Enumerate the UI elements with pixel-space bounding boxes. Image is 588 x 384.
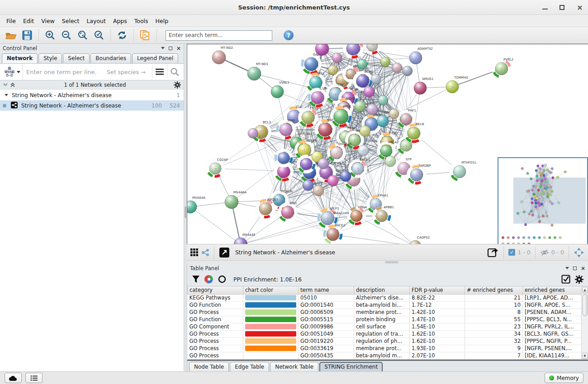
network-node[interactable]: ADAMTS2 [409, 47, 433, 64]
column-header-term-name[interactable]: term name [299, 286, 354, 294]
network-node[interactable] [371, 74, 381, 84]
column-header-chart-color[interactable]: chart color [243, 286, 299, 294]
table-row[interactable]: GO ProcessGO:0019220regulation of ph...1… [188, 337, 582, 345]
network-node[interactable]: MT-ND2 [212, 46, 233, 64]
network-node[interactable] [340, 171, 351, 182]
network-node[interactable] [343, 44, 364, 59]
network-canvas[interactable]: MT-ND2MT-ND1VSNL1GAB2IRS1CHATABCA1BCHEIL… [187, 44, 588, 244]
menu-file[interactable]: File [3, 16, 19, 26]
network-node[interactable] [385, 156, 396, 167]
pie-chart-icon[interactable] [204, 275, 213, 284]
table-row[interactable]: GO ComponentGO:0009986cell surface1.54E-… [188, 323, 582, 330]
network-node[interactable]: CADPS2 [409, 236, 430, 244]
tab-string-enrichment[interactable]: STRING Enrichment [319, 362, 383, 371]
gear-icon[interactable] [174, 81, 181, 89]
list-button[interactable] [25, 373, 43, 383]
close-button[interactable]: × [576, 4, 583, 11]
network-node[interactable]: SMUG1 [414, 77, 433, 94]
menu-select[interactable]: Select [58, 16, 83, 26]
network-node[interactable]: TOMM40 [446, 76, 468, 93]
zoom-selected-icon[interactable] [92, 28, 106, 42]
cloud-button[interactable] [5, 373, 22, 383]
network-node[interactable] [318, 158, 329, 169]
panel-menu-icon[interactable] [161, 47, 165, 49]
network-node[interactable]: CD2AP [206, 158, 228, 178]
scroll-up-icon[interactable]: ▲ [582, 287, 588, 293]
table-row[interactable]: GO ProcessGO:0051049regulation of tra...… [188, 330, 582, 337]
navigate-icon[interactable] [574, 247, 584, 258]
checkbox-icon[interactable]: ✓ [508, 249, 515, 256]
string-protein-query-selector[interactable]: STRING [2, 64, 23, 80]
open-folder-icon[interactable] [4, 28, 18, 42]
network-collection-row[interactable]: String Network - Alzheimer's disease1 [0, 90, 184, 100]
table-row[interactable]: GO ProcessGO:0050435beta-amyloid m...2.0… [188, 352, 582, 359]
open-external-icon[interactable] [219, 247, 230, 258]
menu-view[interactable]: View [38, 16, 58, 26]
network-node[interactable] [358, 145, 369, 156]
save-icon[interactable] [20, 28, 34, 42]
filter-icon[interactable] [192, 275, 200, 283]
expand-triangle-icon[interactable] [5, 94, 8, 96]
network-node[interactable] [367, 104, 378, 115]
menu-layout[interactable]: Layout [83, 16, 109, 26]
network-node[interactable] [360, 126, 370, 136]
network-node[interactable] [380, 57, 390, 67]
column-header-description[interactable]: description [354, 286, 410, 294]
help-icon[interactable]: ? [281, 28, 296, 42]
column-header-FDR-p-value[interactable]: FDR p-value [410, 286, 465, 294]
horizontal-splitter[interactable] [187, 260, 588, 264]
copy-network-icon[interactable] [138, 28, 152, 42]
search-input[interactable] [166, 30, 272, 41]
network-node[interactable] [303, 180, 313, 191]
network-node[interactable] [332, 53, 342, 63]
network-node[interactable]: TARDBP [407, 164, 431, 185]
network-node[interactable] [392, 63, 402, 73]
column-header-enriched-genes[interactable]: enriched genes [523, 286, 582, 294]
network-node[interactable] [389, 109, 399, 119]
close-panel-icon[interactable]: × [581, 266, 585, 271]
scroll-down-icon[interactable]: ▼ [582, 353, 588, 359]
menu-apps[interactable]: Apps [109, 16, 131, 26]
network-node[interactable]: MTHFD1L [450, 161, 476, 182]
gear-icon[interactable] [575, 275, 583, 284]
refresh-icon[interactable] [115, 28, 129, 42]
string-query-input[interactable] [23, 69, 107, 75]
network-node[interactable] [313, 185, 324, 196]
share-network-icon[interactable] [201, 248, 209, 257]
tab-legend-panel[interactable]: Legend Panel [132, 53, 178, 63]
tab-boundaries[interactable]: Boundaries [90, 53, 131, 63]
column-header--enriched-genes[interactable]: # enriched genes [465, 286, 523, 294]
network-node[interactable] [248, 128, 258, 138]
network-node[interactable] [315, 44, 329, 56]
menu-edit[interactable]: Edit [19, 16, 38, 26]
grid-view-icon[interactable] [190, 248, 199, 257]
zoom-fit-icon[interactable] [76, 28, 90, 42]
tab-style[interactable]: Style [38, 53, 62, 63]
export-network-icon[interactable] [487, 247, 499, 258]
float-panel-icon[interactable] [573, 267, 577, 270]
close-panel-icon[interactable]: × [176, 46, 181, 51]
network-node[interactable]: PVRL2 [492, 58, 513, 79]
panel-menu-icon[interactable] [565, 267, 569, 269]
zoom-in-icon[interactable] [43, 28, 57, 42]
search-icon[interactable] [167, 64, 182, 80]
table-scrollbar[interactable]: ▲ ▼ [581, 286, 588, 360]
tab-node-table[interactable]: Node Table [189, 362, 229, 371]
network-node[interactable] [355, 101, 365, 112]
menu-help[interactable]: Help [152, 16, 172, 26]
network-node[interactable] [378, 95, 388, 105]
memory-button[interactable]: Memory [545, 373, 583, 383]
expand-collapse-icons[interactable] [3, 82, 16, 88]
search-options-icon[interactable] [152, 64, 167, 80]
maximize-button[interactable] [560, 5, 564, 10]
network-node[interactable] [403, 66, 413, 76]
network-node[interactable]: MT-ND1 [247, 62, 268, 80]
select-all-icon[interactable] [561, 275, 570, 284]
menu-tools[interactable]: Tools [131, 16, 152, 26]
network-node[interactable]: MS4A6A [225, 191, 247, 209]
tab-edge-table[interactable]: Edge Table [230, 362, 269, 371]
minimize-button[interactable] [542, 5, 548, 9]
zoom-out-icon[interactable] [59, 28, 74, 42]
tab-network[interactable]: Network [2, 53, 38, 63]
float-panel-icon[interactable] [169, 47, 172, 50]
